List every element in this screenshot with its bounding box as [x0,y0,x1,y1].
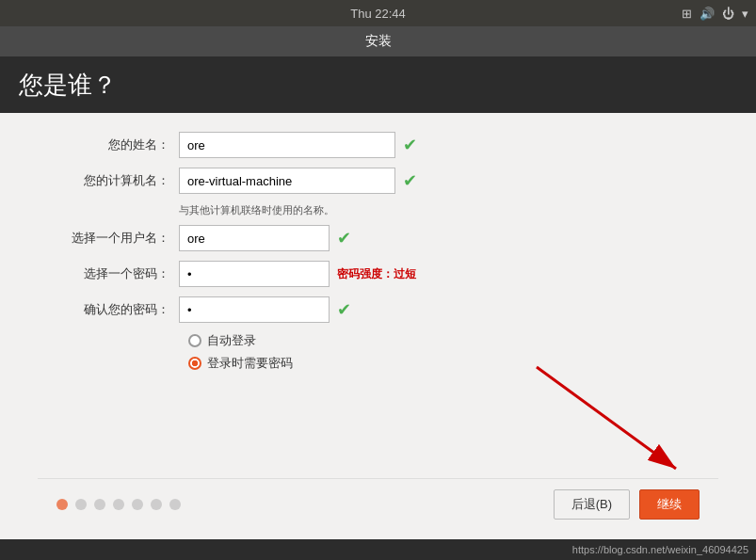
password-login-label: 登录时需要密码 [207,355,293,372]
form-area: 您的姓名： ✔ 您的计算机名： ✔ 与其他计算机联络时使用的名称。 选择一个用户… [38,132,718,478]
username-row: 选择一个用户名： ✔ [38,225,718,251]
confirm-check-icon: ✔ [337,299,351,320]
auto-login-radio[interactable] [188,334,201,347]
title-bar: 安装 [0,26,756,56]
volume-icon[interactable]: 🔊 [700,7,715,21]
dot-7 [169,499,181,510]
name-check-icon: ✔ [403,135,417,155]
confirm-password-row: 确认您的密码： ✔ [38,296,718,323]
computer-name-input[interactable] [179,168,395,194]
bottom-bar: 后退(B) 继续 [38,478,718,530]
password-input[interactable] [179,261,330,287]
login-options: 自动登录 登录时需要密码 [188,332,718,372]
name-label: 您的姓名： [38,136,179,153]
auto-login-row[interactable]: 自动登录 [188,332,718,349]
system-tray: ⊞ 🔊 ⏻ ▾ [682,7,748,21]
dot-3 [94,499,105,510]
dot-4 [113,499,124,510]
dot-2 [75,499,87,510]
time-display: Thu 22:44 [350,7,406,21]
username-label: 选择一个用户名： [38,230,179,247]
computer-name-field-group: ✔ [179,168,417,194]
auto-login-label: 自动登录 [207,332,256,349]
page-title: 您是谁？ [19,69,117,102]
computer-name-check-icon: ✔ [403,170,417,191]
name-input[interactable] [179,132,395,158]
back-button[interactable]: 后退(B) [554,489,630,520]
computer-name-label: 您的计算机名： [38,172,179,189]
nav-buttons: 后退(B) 继续 [554,489,700,520]
confirm-label: 确认您的密码： [38,301,179,318]
username-input[interactable] [179,225,330,251]
continue-button[interactable]: 继续 [639,489,700,520]
page-header: 您是谁？ [0,56,756,113]
confirm-input[interactable] [179,296,330,323]
url-bar: https://blog.csdn.net/weixin_46094425 [0,539,756,560]
main-content: 您的姓名： ✔ 您的计算机名： ✔ 与其他计算机联络时使用的名称。 选择一个用户… [0,113,756,539]
password-login-row[interactable]: 登录时需要密码 [188,355,718,372]
menu-icon[interactable]: ▾ [742,7,748,21]
computer-name-hint: 与其他计算机联络时使用的名称。 [179,203,718,217]
window-title: 安装 [365,33,392,50]
dot-1 [56,499,68,510]
url-text: https://blog.csdn.net/weixin_46094425 [572,544,748,555]
username-check-icon: ✔ [337,228,351,248]
power-icon[interactable]: ⏻ [722,7,734,21]
progress-dots [56,499,181,510]
name-row: 您的姓名： ✔ [38,132,718,158]
dot-6 [151,499,162,510]
password-login-radio[interactable] [188,357,201,370]
network-icon[interactable]: ⊞ [682,7,692,21]
computer-name-row: 您的计算机名： ✔ [38,168,718,194]
password-row: 选择一个密码： 密码强度：过短 [38,261,718,287]
dot-5 [132,499,143,510]
password-label: 选择一个密码： [38,265,179,282]
top-bar: Thu 22:44 ⊞ 🔊 ⏻ ▾ [0,0,756,26]
password-strength: 密码强度：过短 [337,266,416,282]
